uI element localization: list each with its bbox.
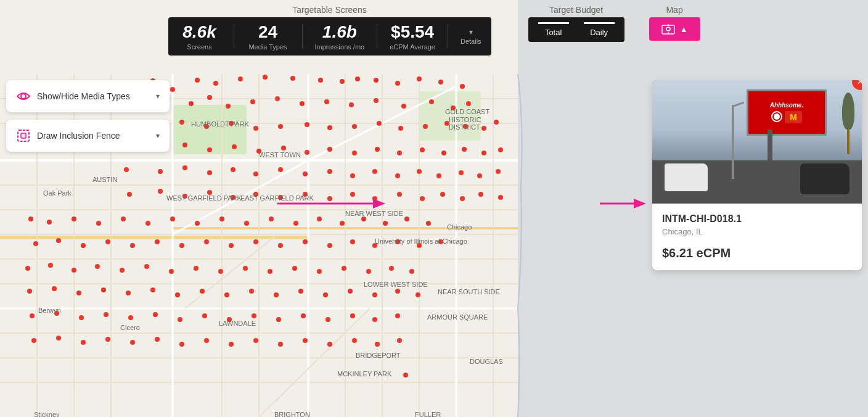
- screen-dot: [231, 167, 235, 172]
- screen-dot: [213, 81, 218, 86]
- screen-dot: [301, 313, 306, 318]
- screen-dot: [494, 120, 499, 125]
- show-hide-media-button[interactable]: Show/Hide Media Types ▾: [6, 80, 170, 112]
- map-toggle-button[interactable]: ▲: [649, 17, 700, 41]
- screen-dot: [340, 79, 345, 84]
- show-hide-media-chevron: ▾: [156, 92, 160, 101]
- car-dark: [800, 163, 850, 194]
- screen-dot: [349, 102, 354, 107]
- budget-tab-total[interactable]: Total: [538, 22, 569, 37]
- screen-dot: [195, 78, 200, 83]
- screen-dot: [33, 241, 38, 246]
- screen-dot: [375, 147, 380, 152]
- screen-dot: [293, 221, 298, 226]
- screen-dot: [96, 221, 101, 226]
- screen-dot: [278, 167, 283, 172]
- screen-dot: [463, 124, 468, 129]
- screen-dot: [124, 167, 129, 172]
- screen-dot: [179, 120, 184, 125]
- map-button-chevron: ▲: [680, 25, 688, 34]
- eye-icon: [16, 89, 31, 104]
- screen-dot: [194, 266, 199, 271]
- left-controls: Show/Hide Media Types ▾ Draw Inclusion F…: [6, 80, 170, 152]
- screen-dot: [327, 147, 332, 152]
- screen-dot: [276, 317, 281, 322]
- screen-dot: [317, 217, 322, 221]
- screen-dot: [340, 221, 345, 226]
- screen-dot: [397, 151, 402, 155]
- screen-dot: [229, 121, 234, 126]
- screen-dot: [182, 165, 187, 170]
- draw-inclusion-fence-button[interactable]: Draw Inclusion Fence ▾: [6, 120, 170, 152]
- show-hide-media-label: Show/Hide Media Types: [37, 91, 150, 101]
- card-location: Chicago, IL: [662, 227, 852, 236]
- screen-dot: [278, 243, 283, 248]
- screen-dot: [397, 338, 402, 343]
- screen-dot: [56, 336, 61, 341]
- car-white: [665, 163, 708, 191]
- screen-dot: [420, 196, 425, 201]
- details-label: Details: [461, 38, 481, 45]
- screen-dot: [281, 146, 286, 151]
- screen-dot: [397, 192, 402, 197]
- screen-dot: [155, 239, 160, 244]
- screen-dot: [303, 171, 308, 176]
- screen-dot: [275, 96, 280, 101]
- screen-dot: [352, 338, 357, 343]
- screen-dot: [395, 81, 400, 86]
- screen-dot: [429, 99, 434, 104]
- screen-dot: [31, 338, 36, 343]
- screen-dot: [324, 99, 329, 104]
- screen-dot: [478, 192, 483, 197]
- budget-tab-daily[interactable]: Daily: [584, 22, 615, 37]
- screen-dot: [318, 78, 323, 83]
- screen-dot: [440, 192, 445, 197]
- screen-dot: [292, 266, 297, 271]
- budget-tab-total-label: Total: [545, 28, 562, 37]
- screen-dot: [178, 317, 182, 322]
- draw-inclusion-fence-chevron: ▾: [156, 131, 160, 140]
- screen-dot: [207, 170, 212, 175]
- screen-dot: [200, 289, 205, 294]
- screen-dot: [189, 101, 194, 106]
- details-chevron: ▾: [469, 28, 473, 36]
- screen-dot: [224, 292, 229, 297]
- screen-dot: [202, 313, 207, 318]
- card-id: INTM-CHI-D018.1: [662, 213, 852, 225]
- connector-arrow: [600, 194, 649, 213]
- screen-dot: [438, 239, 443, 244]
- screen-dot: [466, 101, 471, 106]
- screen-dot: [25, 266, 30, 271]
- screen-dot: [327, 125, 332, 130]
- screen-dot: [305, 122, 309, 127]
- screen-dot: [372, 243, 377, 248]
- screen-dot: [170, 217, 175, 221]
- details-button[interactable]: ▾ Details: [461, 28, 481, 45]
- card-ecpm: $6.21 eCPM: [662, 246, 852, 260]
- screen-dot: [253, 338, 258, 343]
- screen-dot: [298, 289, 303, 294]
- screen-dot: [372, 292, 377, 297]
- road-scene: [652, 160, 862, 204]
- screen-dot: [95, 264, 100, 269]
- screen-dot: [350, 173, 355, 178]
- screen-dot: [395, 289, 400, 294]
- billboard-board: Ahhhsome. M: [747, 89, 827, 136]
- screen-dot: [327, 243, 332, 248]
- screen-dot: [389, 266, 394, 271]
- screen-dot: [204, 239, 209, 244]
- screen-dot: [366, 269, 371, 274]
- screen-dot: [158, 189, 163, 194]
- screen-dot: [327, 169, 332, 174]
- screen-dot: [303, 239, 308, 244]
- light-arm: [732, 102, 744, 108]
- light-pole: [732, 105, 734, 179]
- screen-dot: [496, 169, 501, 174]
- screen-dot: [244, 221, 249, 226]
- screen-dot: [417, 169, 422, 174]
- screen-dot: [460, 196, 465, 201]
- budget-tab-daily-line: [584, 22, 615, 24]
- screen-dot: [105, 337, 110, 342]
- screen-dot: [303, 338, 308, 343]
- card-image: Ahhhsome. M: [652, 80, 862, 204]
